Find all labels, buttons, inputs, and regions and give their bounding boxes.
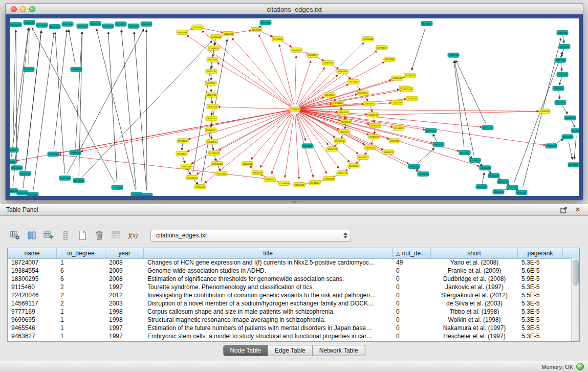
graph-node[interactable]: 14427512 xyxy=(206,93,217,97)
graph-edge[interactable] xyxy=(187,35,291,106)
graph-edge[interactable] xyxy=(121,30,136,189)
graph-edge[interactable] xyxy=(33,32,54,189)
graph-node[interactable]: 16101627 xyxy=(339,129,350,134)
graph-edge[interactable] xyxy=(188,111,290,139)
import-table-button[interactable] xyxy=(110,229,123,242)
graph-node[interactable]: 16854972 xyxy=(383,150,394,155)
create-column-button[interactable] xyxy=(42,229,55,242)
graph-node[interactable]: 12065604 xyxy=(112,185,123,190)
table-row[interactable]: 1456911722003Disruption of a novel membe… xyxy=(8,299,572,308)
graph-edge[interactable] xyxy=(211,74,211,80)
graph-edge[interactable] xyxy=(193,180,198,185)
graph-node[interactable]: 17853104 xyxy=(208,46,220,50)
graph-edge[interactable] xyxy=(433,134,437,142)
graph-node[interactable]: 18015442 xyxy=(27,192,38,196)
graph-node[interactable]: 16946044 xyxy=(408,164,420,169)
graph-edge[interactable] xyxy=(411,28,425,70)
graph-node[interactable]: 14204104 xyxy=(102,24,114,28)
graph-node[interactable]: 14138023 xyxy=(208,151,220,156)
graph-edge[interactable] xyxy=(211,85,211,92)
graph-node[interactable]: 18679021 xyxy=(425,128,437,133)
graph-node[interactable]: 16164201 xyxy=(406,96,418,101)
graph-node[interactable]: 17035024 xyxy=(141,193,153,196)
graph-edge[interactable] xyxy=(69,30,75,64)
graph-edge[interactable] xyxy=(563,35,564,43)
show-columns-button[interactable] xyxy=(25,229,38,242)
graph-edge[interactable] xyxy=(183,156,185,163)
graph-node[interactable]: 16275112 xyxy=(205,81,216,85)
graph-node[interactable]: 18014203 xyxy=(90,21,101,26)
graph-node[interactable]: 12814341 xyxy=(294,183,305,187)
graph-node[interactable]: 15134564 xyxy=(309,181,320,185)
graph-node[interactable]: 19880243 xyxy=(264,177,275,182)
graph-edge[interactable] xyxy=(356,159,361,164)
graph-node[interactable]: 16959034 xyxy=(433,142,444,147)
column-header-name[interactable]: name xyxy=(8,248,57,258)
graph-edge[interactable] xyxy=(233,31,251,33)
graph-node[interactable]: 18572309 xyxy=(251,27,262,32)
graph-edge[interactable] xyxy=(296,60,311,104)
graph-node[interactable]: 16946221 xyxy=(497,180,509,184)
graph-edge[interactable] xyxy=(211,97,212,104)
graph-node[interactable]: 19250417 xyxy=(115,21,126,26)
graph-node[interactable]: 15901504 xyxy=(19,171,31,176)
graph-edge[interactable] xyxy=(562,106,568,114)
graph-node[interactable]: 20732625 xyxy=(192,25,203,29)
graph-edge[interactable] xyxy=(569,142,573,159)
graph-edge[interactable] xyxy=(219,112,291,150)
graph-node[interactable]: 14820031 xyxy=(24,20,35,25)
graph-node[interactable]: 19188024 xyxy=(557,30,568,35)
graph-node[interactable]: 19880034 xyxy=(70,150,81,155)
graph-node[interactable]: 19245022 xyxy=(516,190,527,195)
tab-edge-table[interactable]: Edge Table xyxy=(268,345,313,356)
graph-node[interactable]: 17799104 xyxy=(469,158,481,163)
graph-edge[interactable] xyxy=(418,148,434,163)
graph-edge[interactable] xyxy=(182,143,183,150)
graph-node[interactable]: 16093441 xyxy=(211,162,223,166)
graph-node[interactable]: 15955024 xyxy=(555,100,566,105)
graph-node[interactable]: 17614033 xyxy=(323,177,335,181)
graph-edge[interactable] xyxy=(574,136,576,159)
graph-edge[interactable] xyxy=(16,30,17,163)
tab-node-table[interactable]: Node Table xyxy=(223,345,268,356)
graph-node[interactable]: 12108553 xyxy=(393,126,404,130)
graph-node[interactable]: 14420044 xyxy=(210,34,222,39)
graph-node[interactable]: 10924502 xyxy=(507,185,518,190)
graph-node[interactable]: 19624043 xyxy=(177,30,188,34)
graph-node[interactable]: 13216102 xyxy=(332,101,343,105)
table-row[interactable]: 946554611997Estimation of the future num… xyxy=(8,324,572,332)
new-table-button[interactable] xyxy=(76,229,89,242)
graph-node[interactable]: 12526035 xyxy=(48,152,59,157)
graph-edge[interactable] xyxy=(561,63,562,71)
graph-node[interactable]: 10866021 xyxy=(564,116,576,120)
column-header-year[interactable]: year xyxy=(105,248,144,258)
graph-node[interactable]: 16089926 xyxy=(364,145,376,150)
graph-node[interactable]: 12204173 xyxy=(337,171,348,176)
graph-node[interactable]: 18161621 xyxy=(369,123,381,128)
graph-node[interactable]: 18954973 xyxy=(326,147,338,151)
graph-node[interactable]: 14815021 xyxy=(553,86,564,91)
graph-node[interactable]: 19245033 xyxy=(493,190,504,194)
graph-node[interactable]: 18549752 xyxy=(389,139,400,143)
graph-edge[interactable] xyxy=(561,49,563,57)
graph-node[interactable]: 12604301 xyxy=(10,148,18,152)
graph-edge[interactable] xyxy=(299,111,368,135)
graph-node[interactable]: 19448794 xyxy=(448,53,459,57)
close-window-button[interactable] xyxy=(11,6,17,12)
table-vertical-scrollbar[interactable] xyxy=(571,258,579,341)
graph-node[interactable]: 17100355 xyxy=(562,135,573,139)
graph-node[interactable]: 11968003 xyxy=(71,67,82,72)
graph-node[interactable]: 18130443 xyxy=(421,21,432,26)
column-header-title[interactable]: title xyxy=(144,248,393,258)
table-row[interactable]: 1872400712008Changes of HCN gene express… xyxy=(8,258,572,267)
graph-node[interactable]: 17614405 xyxy=(194,185,206,189)
graph-node[interactable]: 19156927 xyxy=(368,135,380,139)
graph-node[interactable]: 15234502 xyxy=(177,139,188,143)
graph-node[interactable]: 19154452 xyxy=(302,144,313,148)
graph-edge[interactable] xyxy=(29,28,29,64)
column-header-in-degree[interactable]: in_degree xyxy=(57,248,105,258)
graph-node[interactable]: 12974349 xyxy=(376,45,387,50)
graph-node[interactable]: 18955497 xyxy=(357,155,368,160)
graph-node[interactable]: 16640910 xyxy=(291,48,302,52)
graph-edge[interactable] xyxy=(371,139,373,145)
